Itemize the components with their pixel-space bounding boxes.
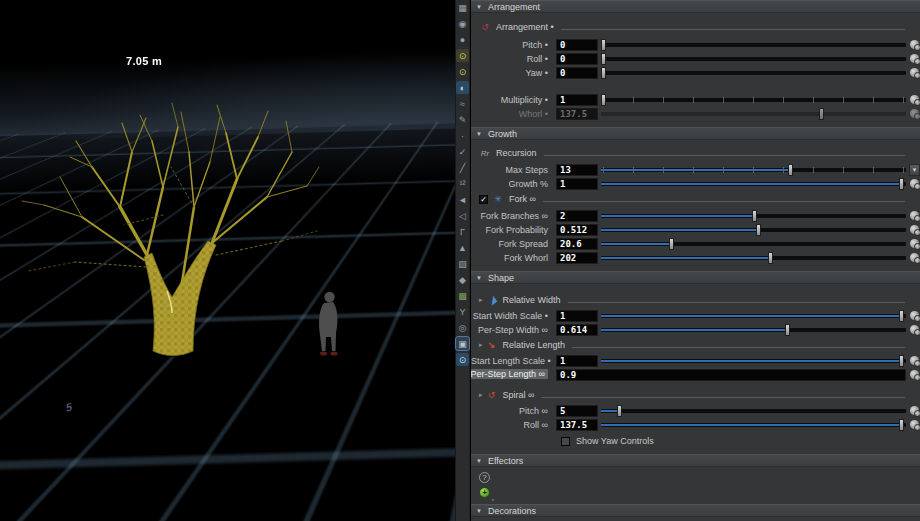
multiplicity-slider[interactable] <box>601 93 906 107</box>
wedge-outline-icon[interactable]: ◁ <box>456 209 469 222</box>
per-segment-icon[interactable] <box>910 325 919 334</box>
add-effector-button[interactable]: + <box>479 487 490 498</box>
transparency-icon[interactable]: ▨ <box>456 257 469 270</box>
slider-handle[interactable] <box>899 178 904 190</box>
section-header-effectors[interactable]: ▼ Effectors <box>471 454 920 467</box>
slider-handle[interactable] <box>756 224 761 236</box>
material-ball-icon[interactable]: ● <box>456 33 469 46</box>
slider-handle[interactable] <box>601 53 606 65</box>
ruler-corner-icon[interactable]: Γ <box>456 225 469 238</box>
spiral-pitch-slider[interactable] <box>601 404 906 418</box>
slider-handle[interactable] <box>785 324 790 336</box>
viewport-light-icon[interactable]: ⊙ <box>456 353 469 366</box>
slider-handle[interactable] <box>617 405 622 417</box>
max-steps-slider[interactable]: ▼ <box>601 163 906 177</box>
fork-spread-input[interactable] <box>556 238 598 250</box>
section-header-decorations[interactable]: ▼ Decorations <box>471 504 920 517</box>
per-segment-icon[interactable] <box>910 239 919 248</box>
expand-arrow-icon[interactable]: ▸ <box>479 391 483 399</box>
per-segment-icon[interactable] <box>910 253 919 262</box>
section-header-shape[interactable]: ▼ Shape <box>471 271 920 284</box>
section-header-arrangement[interactable]: ▼ Arrangement <box>471 0 920 13</box>
edit-tool-icon[interactable]: ✎ <box>456 113 469 126</box>
per-segment-icon[interactable] <box>910 370 919 379</box>
per-segment-icon[interactable] <box>910 95 919 104</box>
fork-branches-slider[interactable] <box>601 209 906 223</box>
shading-mode-icon[interactable]: ◐ <box>456 81 469 94</box>
pitch-input[interactable] <box>556 39 598 51</box>
per-segment-icon[interactable] <box>910 54 919 63</box>
per-segment-icon[interactable] <box>910 420 919 429</box>
relative-width-icon: ◢ <box>484 292 500 307</box>
fork-spread-slider[interactable] <box>601 237 906 251</box>
help-icon[interactable]: ? <box>479 472 490 483</box>
group-rule <box>561 29 905 30</box>
slider-handle[interactable] <box>768 252 773 264</box>
per-segment-icon[interactable] <box>910 211 919 220</box>
spiral-roll-slider[interactable] <box>601 418 906 432</box>
slider-handle[interactable] <box>899 419 904 431</box>
growth-percent-input[interactable] <box>556 178 598 190</box>
expand-arrow-icon[interactable]: ▸ <box>479 296 483 304</box>
light-icon[interactable]: ⊙ <box>456 49 469 62</box>
fork-probability-slider[interactable] <box>601 223 906 237</box>
show-yaw-controls-checkbox[interactable] <box>561 437 570 446</box>
start-width-scale-input[interactable] <box>556 310 598 322</box>
slider-handle[interactable] <box>788 164 793 176</box>
pitch-slider[interactable] <box>601 38 906 52</box>
yaw-slider[interactable] <box>601 66 906 80</box>
pen-icon[interactable]: ╱ <box>456 161 469 174</box>
wedge-icon[interactable]: ◄ <box>456 193 469 206</box>
spiral-roll-input[interactable] <box>556 419 598 431</box>
spiral-pitch-input[interactable] <box>556 405 598 417</box>
record-icon[interactable]: ◎ <box>456 321 469 334</box>
camera-icon[interactable]: ◉ <box>456 17 469 30</box>
per-step-width-slider[interactable] <box>601 323 906 337</box>
per-segment-icon[interactable] <box>910 179 919 188</box>
handles-icon[interactable]: ≈ <box>456 97 469 110</box>
scene-viewport[interactable]: 7.05 m 5 <box>0 0 455 521</box>
start-length-scale-input[interactable] <box>556 355 598 367</box>
roll-input[interactable] <box>556 53 598 65</box>
slider-handle[interactable] <box>669 238 674 250</box>
per-step-width-input[interactable] <box>556 324 598 336</box>
section-header-growth[interactable]: ▼ Growth <box>471 127 920 140</box>
slider-handle[interactable] <box>899 355 904 367</box>
group-relative-width: ▸ ◢ Relative Width <box>479 294 905 306</box>
fork-whorl-input[interactable] <box>556 252 598 264</box>
growth-percent-slider[interactable] <box>601 177 906 191</box>
light-secondary-icon[interactable]: ⊙ <box>456 65 469 78</box>
fork-whorl-slider[interactable] <box>601 251 906 265</box>
yaw-input[interactable] <box>556 67 598 79</box>
template-icon[interactable]: ▩ <box>456 289 469 302</box>
slider-handle[interactable] <box>752 210 757 222</box>
per-segment-icon[interactable] <box>910 40 919 49</box>
snapshot-icon[interactable]: ▣ <box>456 337 469 350</box>
start-width-scale-slider[interactable] <box>601 309 906 323</box>
roll-slider[interactable] <box>601 52 906 66</box>
expand-arrow-icon[interactable]: ▸ <box>479 341 483 349</box>
multiplicity-input[interactable] <box>556 94 598 106</box>
slider-handle[interactable] <box>601 94 606 106</box>
start-length-scale-slider[interactable] <box>601 354 906 368</box>
per-segment-icon[interactable] <box>910 68 919 77</box>
per-segment-icon[interactable] <box>910 406 919 415</box>
fork-branches-input[interactable] <box>556 210 598 222</box>
points-icon[interactable]: ◆ <box>456 273 469 286</box>
max-steps-input[interactable] <box>556 164 598 176</box>
fork-enable-checkbox[interactable]: ✓ <box>479 195 488 204</box>
display-options-icon[interactable]: ▦ <box>456 1 469 14</box>
wire-fork-icon[interactable]: Y <box>456 305 469 318</box>
per-segment-icon[interactable] <box>910 311 919 320</box>
frame-count-icon[interactable]: ¹² <box>456 177 469 190</box>
per-segment-icon[interactable] <box>910 356 919 365</box>
fork-probability-input[interactable] <box>556 224 598 236</box>
dot-icon[interactable]: · <box>456 129 469 142</box>
max-steps-dropdown-button[interactable]: ▼ <box>909 164 920 176</box>
per-segment-icon[interactable] <box>910 225 919 234</box>
slider-handle[interactable] <box>899 310 904 322</box>
snap-icon[interactable]: ✓ <box>456 145 469 158</box>
slider-handle[interactable] <box>601 39 606 51</box>
normals-icon[interactable]: ▲ <box>456 241 469 254</box>
slider-handle[interactable] <box>601 67 606 79</box>
